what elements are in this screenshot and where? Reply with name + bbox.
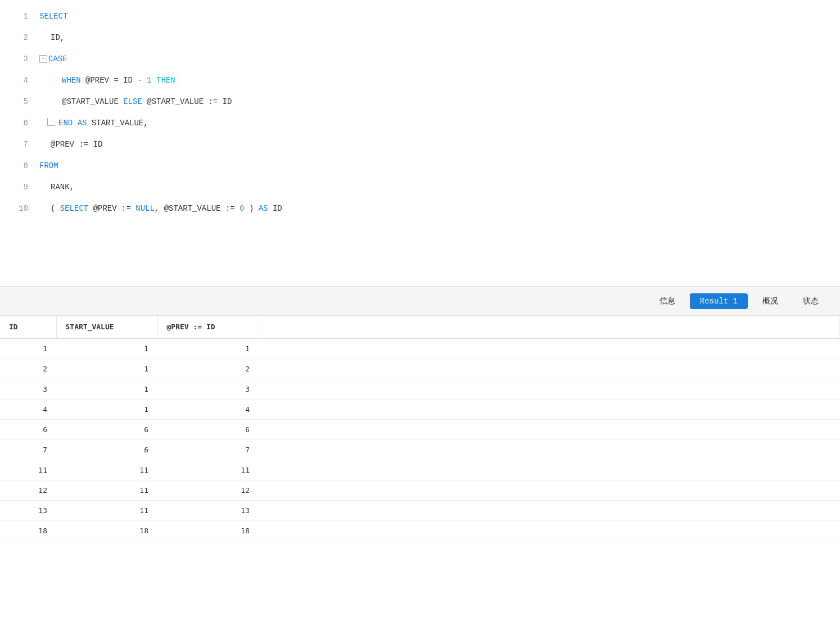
bracket-icon [47, 118, 55, 126]
code-lines[interactable]: SELECT ID, − CASE WHEN @PREV = ID - 1 TH… [34, 6, 840, 280]
code-line-3: − CASE [39, 48, 834, 70]
table-cell-empty [259, 379, 840, 400]
code-line-1: SELECT [39, 6, 834, 27]
table-row: 414 [0, 400, 840, 420]
tab-summary[interactable]: 概况 [752, 293, 788, 310]
col-header-empty [259, 316, 840, 338]
code-line-9: RANK, [51, 176, 834, 198]
table-cell: 4 [0, 400, 56, 420]
code-line-8: FROM [39, 155, 834, 176]
table-cell: 6 [0, 420, 56, 440]
table-cell: 13 [0, 501, 56, 521]
table-cell: 2 [157, 359, 259, 379]
table-row: 313 [0, 379, 840, 400]
table-cell: 1 [56, 359, 157, 379]
table-cell: 6 [56, 420, 157, 440]
table-cell: 11 [157, 460, 259, 480]
table-row: 666 [0, 420, 840, 440]
table-cell: 7 [157, 440, 259, 460]
result-table: ID START_VALUE @PREV := ID 1112123134146… [0, 316, 840, 541]
table-cell: 7 [0, 440, 56, 460]
table-cell: 1 [56, 400, 157, 420]
table-cell: 6 [157, 420, 259, 440]
table-cell: 2 [0, 359, 56, 379]
table-cell: 18 [0, 521, 56, 541]
table-cell: 18 [56, 521, 157, 541]
table-cell-empty [259, 420, 840, 440]
table-cell-empty [259, 460, 840, 480]
table-cell: 1 [56, 379, 157, 400]
table-cell: 3 [157, 379, 259, 400]
table-cell: 18 [157, 521, 259, 541]
tab-bar: 信息 Result 1 概况 状态 [0, 287, 840, 316]
table-cell: 12 [157, 480, 259, 501]
col-header-start-value: START_VALUE [56, 316, 157, 338]
table-cell: 4 [157, 400, 259, 420]
table-row: 181818 [0, 521, 840, 541]
table-cell: 12 [0, 480, 56, 501]
horizontal-scrollbar[interactable] [0, 286, 840, 287]
table-cell-empty [259, 501, 840, 521]
table-cell-empty [259, 521, 840, 541]
table-cell: 1 [157, 338, 259, 359]
code-line-7: @PREV := ID [51, 134, 834, 155]
table-cell: 13 [157, 501, 259, 521]
table-row: 767 [0, 440, 840, 460]
code-line-2: ID, [51, 27, 834, 48]
col-header-id: ID [0, 316, 56, 338]
table-cell-empty [259, 440, 840, 460]
table-cell: 3 [0, 379, 56, 400]
table-cell: 1 [0, 338, 56, 359]
table-row: 212 [0, 359, 840, 379]
code-line-6: END AS START_VALUE, [47, 112, 834, 134]
table-cell: 11 [56, 480, 157, 501]
code-line-4: WHEN @PREV = ID - 1 THEN [62, 70, 834, 91]
bottom-section: 信息 Result 1 概况 状态 ID START_VALUE @PREV :… [0, 287, 840, 598]
table-row: 131113 [0, 501, 840, 521]
table-cell-empty [259, 338, 840, 359]
tab-status[interactable]: 状态 [793, 293, 829, 310]
table-cell-empty [259, 480, 840, 501]
table-row: 111 [0, 338, 840, 359]
table-body: 1112123134146667671111111211121311131818… [0, 338, 840, 541]
table-cell: 11 [56, 460, 157, 480]
table-cell: 1 [56, 338, 157, 359]
editor-area: 1 2 3 4 5 6 7 8 9 10 SELECT ID, − CASE [0, 0, 840, 287]
code-line-5: @START_VALUE ELSE @START_VALUE := ID [62, 91, 834, 112]
collapse-icon[interactable]: − [39, 55, 47, 63]
result-table-area[interactable]: ID START_VALUE @PREV := ID 1112123134146… [0, 316, 840, 598]
line-numbers: 1 2 3 4 5 6 7 8 9 10 [0, 6, 34, 280]
table-cell: 11 [56, 501, 157, 521]
table-cell: 6 [56, 440, 157, 460]
code-line-10: ( SELECT @PREV := NULL , @START_VALUE :=… [51, 198, 834, 219]
table-cell-empty [259, 400, 840, 420]
col-header-prev: @PREV := ID [157, 316, 259, 338]
table-cell-empty [259, 359, 840, 379]
table-row: 111111 [0, 460, 840, 480]
table-cell: 11 [0, 460, 56, 480]
table-header-row: ID START_VALUE @PREV := ID [0, 316, 840, 338]
tab-result1[interactable]: Result 1 [690, 293, 748, 309]
table-row: 121112 [0, 480, 840, 501]
tab-info[interactable]: 信息 [649, 293, 685, 310]
